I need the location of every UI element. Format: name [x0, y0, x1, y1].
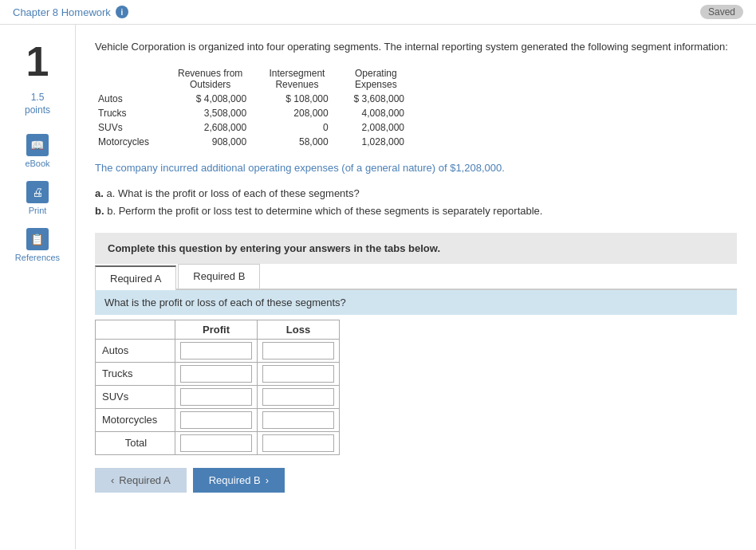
answer-col-loss: Loss [258, 320, 340, 339]
answer-segment-name: Motorcycles [96, 408, 175, 431]
answer-segment-name: Autos [96, 339, 175, 362]
sidebar: 1 1.5 points 📖 eBook 🖨 Print 📋 Reference… [0, 25, 76, 549]
prev-button[interactable]: ‹ Required A [95, 468, 187, 493]
segment-name: Autos [95, 92, 164, 106]
prev-label: Required A [119, 474, 170, 486]
answer-row: Autos [96, 339, 340, 362]
tab-required-b[interactable]: Required B [178, 264, 260, 289]
op-expenses: 1,028,000 [338, 135, 414, 149]
table-row: Motorcycles 908,000 58,000 1,028,000 [95, 135, 414, 149]
main-layout: 1 1.5 points 📖 eBook 🖨 Print 📋 Reference… [0, 25, 756, 549]
interseg-rev: 0 [256, 120, 338, 135]
segment-data-table: Revenues fromOutsiders IntersegmentReven… [95, 66, 414, 149]
col-header-op-expenses: OperatingExpenses [338, 66, 414, 92]
answer-row: SUVs [96, 385, 340, 408]
loss-cell[interactable] [258, 339, 340, 362]
part-a-label: a. [95, 187, 104, 199]
page-title: Chapter 8 Homework [13, 6, 111, 18]
loss-input-motorcycles[interactable] [262, 411, 334, 429]
nav-buttons: ‹ Required A Required B › [95, 468, 737, 493]
next-arrow-icon: › [266, 474, 269, 486]
tab-required-a[interactable]: Required A [95, 265, 176, 290]
ebook-button[interactable]: 📖 eBook [17, 129, 57, 173]
sub-question-header: What is the profit or loss of each of th… [95, 290, 737, 315]
instruction-box: Complete this question by entering your … [95, 233, 737, 264]
table-row: SUVs 2,608,000 0 2,008,000 [95, 120, 414, 135]
loss-cell[interactable] [258, 431, 340, 454]
next-button[interactable]: Required B › [193, 468, 285, 493]
loss-input-trucks[interactable] [262, 365, 334, 383]
answer-segment-name: Trucks [96, 362, 175, 385]
content-area: Vehicle Corporation is organized into fo… [76, 25, 756, 549]
question-number: 1 [26, 41, 49, 82]
answer-row: Motorcycles [96, 408, 340, 431]
profit-input-trucks[interactable] [180, 365, 252, 383]
saved-badge: Saved [700, 5, 743, 19]
loss-input-suvs[interactable] [262, 388, 334, 406]
segment-name: Trucks [95, 106, 164, 120]
profit-cell[interactable] [175, 431, 258, 454]
answer-segment-name: SUVs [96, 385, 175, 408]
op-expenses: 4,008,000 [338, 106, 414, 120]
interseg-rev: 208,000 [256, 106, 338, 120]
rev-outsiders: $ 4,008,000 [164, 92, 256, 106]
questions-block: a. a. What is the profit or loss of each… [95, 185, 737, 220]
answer-segment-name: Total [96, 431, 175, 454]
profit-input-total[interactable] [180, 434, 252, 452]
op-expenses: $ 3,608,000 [338, 92, 414, 106]
profit-input-suvs[interactable] [180, 388, 252, 406]
loss-cell[interactable] [258, 362, 340, 385]
rev-outsiders: 908,000 [164, 135, 256, 149]
interseg-rev: 58,000 [256, 135, 338, 149]
prev-arrow-icon: ‹ [111, 474, 114, 486]
references-icon: 📋 [26, 228, 49, 250]
info-icon[interactable]: i [116, 6, 128, 18]
profit-input-motorcycles[interactable] [180, 411, 252, 429]
table-row: Trucks 3,508,000 208,000 4,008,000 [95, 106, 414, 120]
question-intro: Vehicle Corporation is organized into fo… [95, 39, 737, 55]
ebook-icon: 📖 [26, 134, 49, 156]
answer-table: Profit Loss Autos Trucks SUVs Motorcycle… [95, 320, 340, 455]
col-header-interseg-rev: IntersegmentRevenues [256, 66, 338, 92]
answer-row: Trucks [96, 362, 340, 385]
answer-row: Total [96, 431, 340, 454]
print-button[interactable]: 🖨 Print [18, 176, 57, 220]
additional-info: The company incurred additional operatin… [95, 162, 737, 174]
references-label: References [15, 253, 60, 262]
segment-name: Motorcycles [95, 135, 164, 149]
rev-outsiders: 3,508,000 [164, 106, 256, 120]
loss-input-autos[interactable] [262, 342, 334, 359]
profit-cell[interactable] [175, 339, 258, 362]
loss-input-total[interactable] [262, 434, 334, 452]
top-bar: Chapter 8 Homework i Saved [0, 0, 756, 25]
part-b: b. b. Perform the profit or loss test to… [95, 202, 737, 220]
interseg-rev: $ 108,000 [256, 92, 338, 106]
loss-cell[interactable] [258, 385, 340, 408]
ebook-label: eBook [25, 159, 49, 168]
profit-cell[interactable] [175, 362, 258, 385]
profit-input-autos[interactable] [180, 342, 252, 359]
rev-outsiders: 2,608,000 [164, 120, 256, 135]
part-b-label: b. [95, 205, 104, 217]
top-bar-left: Chapter 8 Homework i [13, 6, 128, 18]
table-row: Autos $ 4,008,000 $ 108,000 $ 3,608,000 [95, 92, 414, 106]
print-icon: 🖨 [26, 181, 49, 203]
print-label: Print [29, 206, 47, 215]
profit-cell[interactable] [175, 408, 258, 431]
profit-cell[interactable] [175, 385, 258, 408]
answer-col-segment [96, 320, 175, 339]
segment-name: SUVs [95, 120, 164, 135]
next-label: Required B [209, 474, 261, 486]
loss-cell[interactable] [258, 408, 340, 431]
points-label: 1.5 points [25, 92, 50, 116]
col-header-segment [95, 66, 164, 92]
references-button[interactable]: 📋 References [7, 223, 68, 267]
col-header-rev-outsiders: Revenues fromOutsiders [164, 66, 256, 92]
part-a: a. a. What is the profit or loss of each… [95, 185, 737, 202]
answer-col-profit: Profit [175, 320, 258, 339]
op-expenses: 2,008,000 [338, 120, 414, 135]
tabs-row: Required A Required B [95, 264, 737, 290]
